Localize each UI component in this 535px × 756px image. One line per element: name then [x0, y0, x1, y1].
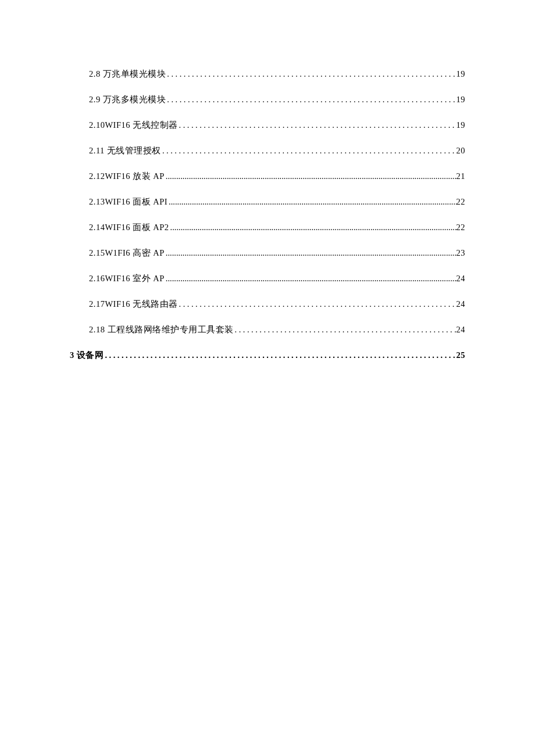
toc-entry: 2.14WIF16 面板 AP2........................…	[89, 222, 465, 233]
toc-entry-text: 2.18 工程线路网络维护专用工具套装	[89, 324, 234, 335]
toc-leader-dots: ........................................…	[169, 223, 456, 232]
toc-leader-dots: ........................................…	[234, 325, 456, 335]
toc-entry-page: 24	[456, 299, 466, 309]
toc-entry-page: 19	[456, 69, 466, 79]
toc-entry: 2.12WIF16 放装 AP.........................…	[89, 171, 465, 182]
toc-leader-dots: ........................................…	[165, 274, 456, 284]
toc-entry-page: 22	[456, 223, 466, 232]
toc-entry-page: 21	[456, 171, 466, 181]
toc-entry-text: 2.10WIF16 无线控制器	[89, 120, 178, 131]
toc-leader-dots: ........................................…	[165, 171, 456, 181]
toc-entry-page: 19	[456, 95, 466, 105]
toc-entry-text: 2.13WIF16 面板 API	[89, 196, 167, 207]
toc-entry: 2.10WIF16 无线控制器.........................…	[89, 120, 465, 131]
toc-leader-dots: ........................................…	[178, 120, 456, 130]
toc-entry-text: 2.9 万兆多模光模块	[89, 94, 166, 105]
toc-entry-text: 2.15W1FI6 高密 AP	[89, 248, 165, 259]
toc-entry-text: 2.11 无线管理授权	[89, 145, 161, 156]
toc-entry-page: 19	[456, 120, 466, 130]
toc-entry-text: 2.17WIF16 无线路由器	[89, 299, 178, 310]
toc-leader-dots: ........................................…	[161, 146, 456, 156]
toc-entry: 2.8 万兆单模光模块.............................…	[89, 69, 465, 80]
toc-entry-text: 2.12WIF16 放装 AP	[89, 171, 165, 182]
toc-leader-dots: ........................................…	[166, 69, 456, 79]
page-content: 2.8 万兆单模光模块.............................…	[0, 0, 535, 361]
toc-leader-dots: ........................................…	[104, 350, 456, 360]
toc-leader-dots: ........................................…	[166, 95, 456, 105]
toc-entry: 2.18 工程线路网络维护专用工具套装.....................…	[89, 324, 465, 335]
toc-entry-page: 22	[456, 197, 466, 207]
toc-leader-dots: ........................................…	[167, 197, 456, 207]
toc-entry: 2.9 万兆多模光模块.............................…	[89, 94, 465, 105]
toc-leader-dots: ........................................…	[165, 248, 456, 258]
toc-entry-page: 23	[456, 248, 466, 258]
toc-entry: 2.11 无线管理授权.............................…	[89, 145, 465, 156]
toc-entry: 2.15W1FI6 高密 AP.........................…	[89, 248, 465, 259]
toc-entry-text: 2.8 万兆单模光模块	[89, 69, 166, 80]
toc-entry-page: 24	[456, 274, 466, 284]
toc-entry: 2.16WIF16 室外 AP.........................…	[89, 273, 465, 284]
toc-entry-text: 2.16WIF16 室外 AP	[89, 273, 165, 284]
toc-container: 2.8 万兆单模光模块.............................…	[89, 69, 465, 361]
toc-entry: 2.17WIF16 无线路由器.........................…	[89, 299, 465, 310]
toc-entry-text: 2.14WIF16 面板 AP2	[89, 222, 169, 233]
toc-entry-text: 3 设备网	[70, 350, 104, 361]
toc-entry: 2.13WIF16 面板 API........................…	[89, 196, 465, 207]
toc-entry-page: 25	[456, 350, 466, 360]
toc-entry: 3 设备网...................................…	[70, 350, 465, 361]
toc-entry-page: 24	[456, 325, 466, 335]
toc-entry-page: 20	[456, 146, 466, 156]
toc-leader-dots: ........................................…	[178, 299, 456, 309]
